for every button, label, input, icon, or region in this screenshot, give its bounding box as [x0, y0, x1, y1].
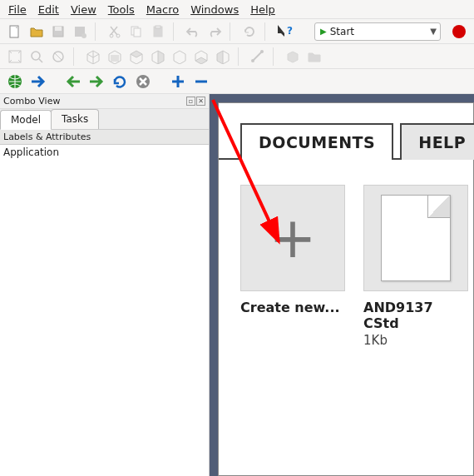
menu-file[interactable]: File: [3, 2, 32, 17]
whatsthis-icon[interactable]: ?: [274, 22, 294, 42]
copy-icon[interactable]: [126, 22, 146, 42]
rear-view-icon[interactable]: [170, 47, 190, 67]
save-as-icon[interactable]: [70, 22, 90, 42]
mdi-area: DOCUMENTS HELP A + Create new... AND9137…: [210, 94, 474, 476]
bottom-view-icon[interactable]: [191, 47, 211, 67]
start-indicator-icon: ▶: [320, 27, 327, 36]
save-icon[interactable]: [48, 22, 68, 42]
menu-macro[interactable]: Macro: [141, 2, 184, 17]
startpage-body: + Create new... AND9137 CStd 1Kb: [219, 158, 473, 381]
workbench-selector[interactable]: ▶ Start ▼: [314, 22, 441, 41]
recent-file-size: 1Kb: [363, 333, 468, 348]
tree-item-application[interactable]: Application: [0, 145, 209, 160]
open-folder-icon[interactable]: [27, 22, 47, 42]
measure-distance-icon[interactable]: [248, 47, 268, 67]
draw-style-icon[interactable]: [48, 47, 68, 67]
macro-record-icon[interactable]: [452, 25, 466, 38]
menu-help[interactable]: Help: [245, 2, 280, 17]
menu-edit[interactable]: Edit: [33, 2, 64, 17]
top-view-icon[interactable]: [126, 47, 146, 67]
undo-icon[interactable]: [183, 22, 203, 42]
combo-view-panel: Combo View ▫ ✕ Model Tasks Labels & Attr…: [0, 94, 210, 476]
toolbar-file: ? ▶ Start ▼: [0, 19, 474, 44]
tab-tasks[interactable]: Tasks: [51, 109, 99, 129]
svg-rect-2: [55, 27, 62, 31]
svg-point-4: [81, 33, 86, 38]
chevron-down-icon: ▼: [430, 27, 437, 36]
main-split: Combo View ▫ ✕ Model Tasks Labels & Attr…: [0, 94, 474, 476]
svg-rect-10: [156, 26, 160, 28]
combo-view-title: Combo View: [3, 96, 60, 107]
zoom-in-icon[interactable]: [168, 72, 188, 92]
recent-file-card[interactable]: AND9137 CStd 1Kb: [363, 185, 468, 348]
home-icon[interactable]: [5, 72, 25, 92]
tab-help[interactable]: HELP: [400, 123, 474, 160]
panel-close-icon[interactable]: ✕: [196, 97, 205, 106]
nav-back-icon[interactable]: [63, 72, 83, 92]
refresh-icon[interactable]: [239, 22, 259, 42]
create-new-card[interactable]: + Create new...: [240, 185, 345, 348]
svg-point-17: [260, 50, 264, 53]
redo-icon[interactable]: [205, 22, 225, 42]
new-file-icon[interactable]: [5, 22, 25, 42]
svg-point-16: [251, 59, 254, 62]
fit-selection-icon[interactable]: [27, 47, 47, 67]
toolbar-web: [0, 69, 474, 94]
left-view-icon[interactable]: [213, 47, 233, 67]
group-icon[interactable]: [304, 47, 324, 67]
recent-file-name: AND9137 CStd: [363, 300, 468, 331]
startpage-tabs: DOCUMENTS HELP A: [219, 103, 473, 160]
toolbar-view: [0, 44, 474, 69]
right-view-icon[interactable]: [148, 47, 168, 67]
workbench-label: Start: [330, 26, 354, 37]
plus-icon: +: [269, 210, 317, 266]
nav-reload-icon[interactable]: [110, 72, 130, 92]
panel-float-icon[interactable]: ▫: [186, 97, 195, 106]
svg-text:?: ?: [287, 25, 293, 37]
fit-all-icon[interactable]: [5, 47, 25, 67]
create-new-label: Create new...: [240, 300, 345, 315]
svg-point-6: [116, 34, 120, 37]
tree-column-header: Labels & Attributes: [0, 130, 209, 145]
part-icon[interactable]: [283, 47, 303, 67]
menu-tools[interactable]: Tools: [103, 2, 140, 17]
paste-icon[interactable]: [148, 22, 168, 42]
tab-model[interactable]: Model: [0, 110, 52, 130]
file-icon: [381, 195, 451, 281]
menubar: File Edit View Tools Macro Windows Help: [0, 0, 474, 19]
svg-point-13: [32, 52, 40, 60]
tab-documents[interactable]: DOCUMENTS: [240, 123, 393, 160]
nav-forward-icon[interactable]: [86, 72, 106, 92]
combo-tabstrip: Model Tasks: [0, 109, 209, 130]
combo-view-header: Combo View ▫ ✕: [0, 94, 209, 109]
open-browser-icon[interactable]: [28, 72, 48, 92]
cut-icon[interactable]: [105, 22, 125, 42]
menu-windows[interactable]: Windows: [185, 2, 244, 17]
front-view-icon[interactable]: [105, 47, 125, 67]
nav-stop-icon[interactable]: [133, 72, 153, 92]
start-page: DOCUMENTS HELP A + Create new... AND9137…: [218, 102, 474, 476]
zoom-out-icon[interactable]: [191, 72, 211, 92]
svg-rect-15: [111, 55, 119, 62]
svg-rect-8: [134, 28, 141, 37]
menu-view[interactable]: View: [66, 2, 101, 17]
isometric-icon[interactable]: [83, 47, 103, 67]
